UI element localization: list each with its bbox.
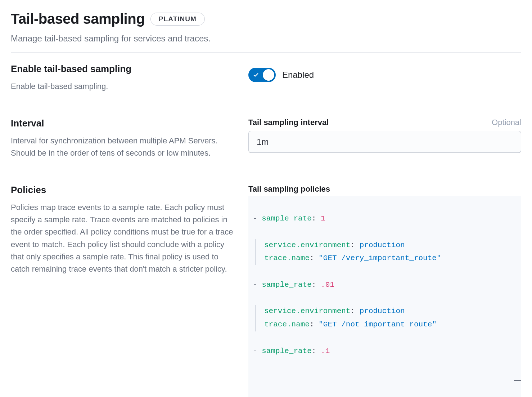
check-icon xyxy=(253,72,259,78)
interval-input[interactable] xyxy=(248,131,521,153)
optional-label: Optional xyxy=(492,118,521,127)
toggle-knob xyxy=(263,69,274,81)
plan-badge: PLATINUM xyxy=(150,13,205,26)
toggle-state-label: Enabled xyxy=(282,70,314,80)
enable-section: Enable tail-based sampling Enable tail-b… xyxy=(11,63,521,93)
resize-handle-icon[interactable] xyxy=(514,380,523,382)
policies-section: Policies Policies map trace events to a … xyxy=(11,184,521,397)
page-subtitle: Manage tail-based sampling for services … xyxy=(11,34,521,44)
interval-description: Interval for synchronization between mul… xyxy=(11,135,234,159)
interval-section: Interval Interval for synchronization be… xyxy=(11,118,521,159)
page-title: Tail-based sampling xyxy=(11,11,145,27)
interval-heading: Interval xyxy=(11,118,234,129)
policies-heading: Policies xyxy=(11,184,234,196)
enable-description: Enable tail-based sampling. xyxy=(11,80,234,93)
policies-field-label: Tail sampling policies xyxy=(248,184,330,194)
policies-description: Policies map trace events to a sample ra… xyxy=(11,201,234,275)
enable-heading: Enable tail-based sampling xyxy=(11,63,234,75)
enable-toggle[interactable] xyxy=(248,68,276,82)
interval-field-label: Tail sampling interval xyxy=(248,118,329,127)
policies-code-editor[interactable]: - sample_rate: 1 service.environment: pr… xyxy=(248,196,521,397)
divider xyxy=(11,52,521,53)
